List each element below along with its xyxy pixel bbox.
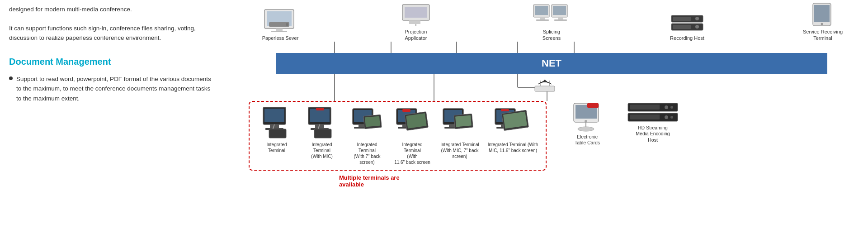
- terminal-7back-label: IntegratedTerminal(With 7" backscreen): [354, 142, 380, 165]
- connecting-lines-bottom: [303, 74, 827, 101]
- svg-rect-59: [365, 116, 380, 127]
- svg-point-89: [670, 106, 673, 109]
- svg-rect-11: [535, 6, 548, 15]
- net-bar: NET: [276, 53, 827, 74]
- svg-rect-53: [314, 129, 331, 138]
- terminal-116back-icon: [394, 106, 430, 140]
- hd-streaming-icon: [626, 101, 680, 124]
- electronic-cards-icon: [565, 101, 610, 133]
- svg-rect-75: [501, 109, 509, 111]
- svg-rect-15: [536, 19, 549, 21]
- terminal-basic-label: IntegratedTerminal: [266, 142, 287, 153]
- terminal-mic: IntegratedTerminal(With MIC): [302, 106, 342, 159]
- connection-svg-bottom: [303, 74, 827, 101]
- diagram-wrapper: Paperless Sever ProjectionApplicator: [240, 2, 863, 188]
- terminal-7back-icon: [350, 106, 384, 140]
- connecting-lines-top: [303, 42, 827, 53]
- svg-rect-46: [269, 129, 286, 138]
- device-hd-streaming: HD StreamingMedia EncodingHost: [626, 101, 680, 143]
- terminal-basic-icon: [261, 106, 292, 140]
- terminal-mic-7back-icon: [441, 106, 479, 140]
- hd-streaming-label: HD StreamingMedia EncodingHost: [636, 125, 670, 143]
- svg-rect-72: [455, 115, 472, 127]
- svg-rect-66: [406, 113, 426, 129]
- projection-label: ProjectionApplicator: [405, 29, 427, 42]
- diagram-panel: Paperless Sever ProjectionApplicator: [235, 0, 868, 234]
- svg-rect-19: [673, 17, 691, 21]
- terminal-mic-116back-icon: [493, 106, 533, 140]
- electronic-cards-label: ElectronicTable Cards: [575, 134, 600, 146]
- hd-device-area: HD StreamingMedia EncodingHost: [626, 101, 680, 143]
- doc-management-title: Document Management: [9, 54, 217, 69]
- terminal-mic-icon: [306, 106, 338, 140]
- top-devices-row: Paperless Sever ProjectionApplicator: [240, 2, 863, 42]
- svg-rect-17: [554, 19, 567, 21]
- svg-rect-14: [540, 17, 545, 19]
- service-terminal-icon: [808, 2, 838, 27]
- svg-rect-49: [316, 108, 324, 110]
- splicing-icon: [533, 2, 571, 27]
- svg-rect-7: [405, 7, 427, 18]
- device-projection: ProjectionApplicator: [384, 2, 448, 42]
- svg-point-20: [695, 17, 699, 20]
- terminals-dashed-box: IntegratedTerminal: [249, 101, 547, 171]
- svg-rect-42: [264, 109, 284, 122]
- svg-rect-25: [814, 5, 830, 22]
- bullet-text: Support to read word, powerpoint, PDF fo…: [16, 74, 217, 104]
- svg-point-92: [665, 115, 668, 119]
- svg-rect-16: [558, 17, 563, 19]
- terminal-116back-label: IntegratedTerminal(With11.6" back screen: [394, 142, 430, 165]
- svg-rect-8: [409, 20, 420, 24]
- splicing-label: SplicingScreens: [542, 29, 561, 42]
- svg-rect-91: [630, 115, 660, 119]
- device-recording: Recording Host: [656, 13, 719, 41]
- multiple-terminals-text: Multiple terminals areavailable: [339, 174, 863, 188]
- svg-point-88: [665, 105, 668, 109]
- bullet-dot: [9, 76, 13, 80]
- device-electronic-cards: ElectronicTable Cards: [560, 101, 614, 146]
- svg-rect-13: [553, 6, 566, 15]
- service-terminal-label: Service ReceivingTerminal: [803, 29, 843, 42]
- terminal-116back: IntegratedTerminal(With11.6" back screen: [392, 106, 433, 165]
- svg-point-5: [286, 23, 288, 26]
- left-panel: designed for modern multi-media conferen…: [0, 0, 235, 234]
- terminal-mic-7back-label: Integrated Terminal(With MIC, 7" backscr…: [440, 142, 479, 159]
- svg-point-85: [578, 127, 594, 131]
- multiple-terminals-wrapper: Multiple terminals areavailable: [249, 174, 863, 188]
- svg-point-40: [544, 80, 546, 81]
- terminal-7back: IntegratedTerminal(With 7" backscreen): [347, 106, 387, 165]
- svg-rect-48: [310, 109, 330, 122]
- net-bar-wrapper: NET: [249, 53, 854, 74]
- svg-rect-22: [673, 25, 691, 29]
- svg-rect-82: [587, 103, 599, 108]
- svg-point-23: [695, 25, 699, 29]
- terminal-mic-116back: Integrated Terminal (WithMIC, 11.6" back…: [487, 106, 539, 153]
- device-splicing: SplicingScreens: [520, 2, 583, 42]
- bullet-item: Support to read word, powerpoint, PDF fo…: [9, 74, 217, 104]
- svg-rect-2: [276, 29, 283, 31]
- wifi-router-icon: [531, 76, 558, 94]
- connection-svg-top: [303, 42, 827, 53]
- terminals-section: IntegratedTerminal: [249, 101, 854, 171]
- intro-text: designed for modern multi-media conferen…: [9, 5, 217, 14]
- paperless-server-icon: [262, 9, 298, 33]
- svg-point-93: [670, 116, 673, 119]
- recording-label: Recording Host: [670, 35, 704, 41]
- svg-rect-62: [402, 109, 410, 112]
- svg-rect-37: [535, 86, 555, 91]
- projection-icon: [398, 2, 434, 27]
- svg-rect-87: [630, 105, 660, 110]
- terminal-mic-label: IntegratedTerminal(With MIC): [311, 142, 333, 159]
- recording-icon: [669, 13, 705, 33]
- paperless-server-label: Paperless Sever: [262, 35, 299, 41]
- terminal-mic-116back-label: Integrated Terminal (WithMIC, 11.6" back…: [488, 142, 538, 153]
- wifi-router-area: [531, 76, 558, 96]
- terminal-basic: IntegratedTerminal: [256, 106, 297, 153]
- svg-point-26: [821, 23, 823, 25]
- svg-rect-3: [271, 31, 287, 32]
- device-paperless-server: Paperless Sever: [249, 9, 312, 41]
- device-service-terminal: Service ReceivingTerminal: [791, 2, 854, 42]
- intro-text2: It can support functions such sign-in, c…: [9, 24, 217, 43]
- right-devices-area: ElectronicTable Cards: [560, 101, 614, 146]
- terminal-mic-7back: Integrated Terminal(With MIC, 7" backscr…: [437, 106, 482, 159]
